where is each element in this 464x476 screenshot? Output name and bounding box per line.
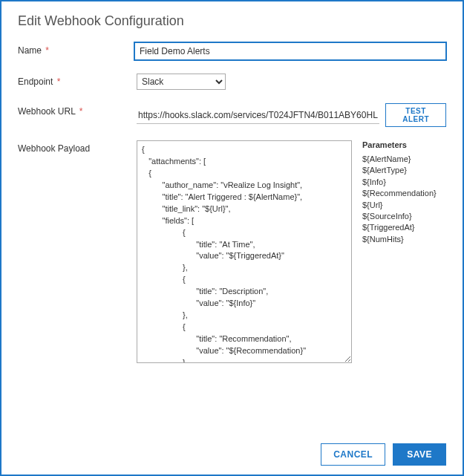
parameter-item: ${Url} [362,200,437,211]
required-mark: * [79,106,83,117]
webhook-payload-textarea[interactable] [137,140,352,363]
required-mark: * [57,76,61,87]
parameter-item: ${NumHits} [362,234,437,245]
parameters-list: ${AlertName} ${AlertType} ${Info} ${Reco… [362,154,437,245]
test-alert-button[interactable]: TEST ALERT [385,103,446,127]
label-endpoint: Endpoint * [18,74,137,87]
name-input[interactable] [134,42,446,60]
row-webhook-payload: Webhook Payload Parameters ${AlertName} … [18,140,446,363]
parameter-item: ${AlertName} [362,154,437,165]
row-name: Name * [18,42,446,60]
label-webhook-payload: Webhook Payload [18,140,137,154]
cancel-button[interactable]: CANCEL [321,443,385,466]
dialog-footer: CANCEL SAVE [321,443,446,466]
webhook-url-input[interactable] [137,107,379,124]
parameter-item: ${TriggeredAt} [362,222,437,233]
label-name-text: Name [18,45,42,56]
label-webhook-url: Webhook URL * [18,103,137,117]
parameter-item: ${AlertType} [362,165,437,176]
row-endpoint: Endpoint * Slack [18,74,446,90]
parameter-item: ${Recommendation} [362,188,437,199]
label-webhook-url-text: Webhook URL [18,106,75,117]
row-webhook-url: Webhook URL * TEST ALERT [18,103,446,127]
required-mark: * [45,45,49,56]
dialog-title: Edit Webhook Configuration [18,13,446,29]
parameters-title: Parameters [362,140,437,149]
label-endpoint-text: Endpoint [18,76,53,87]
label-name: Name * [18,42,134,56]
save-button[interactable]: SAVE [393,443,446,466]
label-webhook-payload-text: Webhook Payload [18,143,90,154]
parameters-panel: Parameters ${AlertName} ${AlertType} ${I… [362,140,437,245]
endpoint-select[interactable]: Slack [137,74,226,90]
parameter-item: ${Info} [362,177,437,188]
parameter-item: ${SourceInfo} [362,211,437,222]
